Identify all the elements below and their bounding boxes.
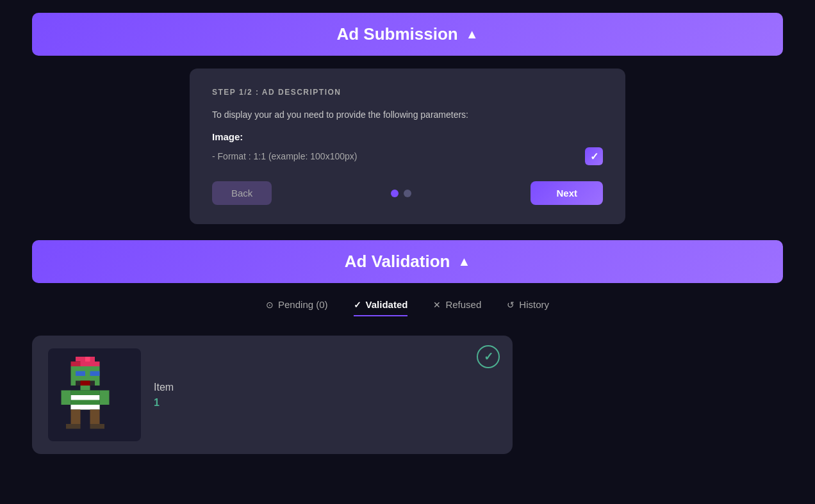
tab-validated-label: Validated [366, 299, 408, 310]
svg-rect-4 [76, 371, 85, 376]
character-container [48, 348, 141, 441]
svg-rect-14 [70, 409, 80, 424]
ad-item-value: 1 [154, 397, 497, 409]
tab-refused-label: Refused [445, 299, 481, 310]
x-icon: ✕ [433, 300, 441, 310]
svg-rect-16 [66, 424, 81, 429]
ad-validation-header[interactable]: Ad Validation ▲ [32, 240, 783, 283]
history-icon: ↺ [507, 300, 515, 310]
image-format-row: - Format : 1:1 (example: 100x100px) [212, 147, 603, 165]
image-label: Image: [212, 131, 603, 142]
tab-validated[interactable]: ✓ Validated [354, 299, 408, 316]
ad-validation-title: Ad Validation [345, 252, 450, 272]
back-button[interactable]: Back [212, 181, 272, 205]
svg-rect-11 [70, 405, 99, 410]
dot-2 [404, 190, 411, 197]
step-description: To display your ad you need to provide t… [212, 110, 603, 120]
ad-item-info: Item 1 [154, 382, 497, 409]
svg-rect-10 [70, 395, 99, 400]
ad-item-card: Item 1 [32, 336, 513, 454]
svg-rect-7 [80, 380, 90, 386]
ad-item-image [48, 348, 141, 441]
step-card: STEP 1/2 : AD DESCRIPTION To display you… [190, 69, 625, 224]
ad-validation-chevron: ▲ [457, 254, 470, 269]
image-format-text: - Format : 1:1 (example: 100x100px) [212, 151, 357, 161]
svg-rect-12 [61, 390, 70, 405]
character-svg [56, 357, 133, 434]
tab-history-label: History [519, 299, 549, 310]
svg-rect-8 [80, 386, 90, 391]
step-label: STEP 1/2 : AD DESCRIPTION [212, 88, 603, 97]
ad-item-label: Item [154, 382, 497, 393]
svg-rect-13 [99, 390, 109, 405]
step-navigation: Back Next [212, 181, 603, 205]
svg-rect-19 [90, 361, 99, 366]
step-dots [391, 190, 411, 197]
svg-rect-15 [90, 409, 99, 424]
svg-rect-5 [90, 371, 99, 376]
ad-submission-header[interactable]: Ad Submission ▲ [32, 13, 783, 56]
svg-rect-17 [90, 424, 104, 429]
ad-submission-title: Ad Submission [336, 24, 457, 44]
clock-icon: ⊙ [266, 300, 274, 310]
tab-history[interactable]: ↺ History [507, 299, 549, 316]
ad-validation-section: Ad Validation ▲ ⊙ Pending (0) ✓ Validate… [32, 240, 783, 454]
tab-refused[interactable]: ✕ Refused [433, 299, 481, 316]
svg-rect-18 [85, 357, 90, 362]
validated-badge [477, 345, 500, 368]
next-button[interactable]: Next [531, 181, 603, 205]
dot-1 [391, 190, 399, 197]
validation-tabs: ⊙ Pending (0) ✓ Validated ✕ Refused ↺ Hi… [32, 299, 783, 316]
tab-pending-label: Pending (0) [278, 299, 328, 310]
check-icon: ✓ [354, 300, 361, 310]
ad-submission-chevron: ▲ [466, 27, 479, 42]
tab-pending[interactable]: ⊙ Pending (0) [266, 299, 328, 316]
image-checkbox[interactable] [585, 147, 603, 165]
image-section: Image: - Format : 1:1 (example: 100x100p… [212, 131, 603, 165]
